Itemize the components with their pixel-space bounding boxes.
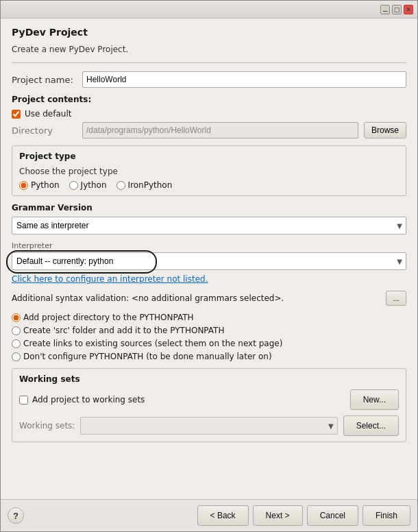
interpreter-select-wrapper: Default -- currently: python ▼ [12,252,406,270]
pythonpath-label-2[interactable]: Create 'src' folder and add it to the PY… [23,326,224,335]
pythonpath-radio-4[interactable] [12,352,21,361]
pythonpath-label-3[interactable]: Create links to existing sources (select… [23,339,282,348]
dialog-content: PyDev Project Create a new PyDev Project… [1,19,417,499]
pythonpath-option-1: Add project directory to the PYTHONPATH [12,313,406,322]
radio-python[interactable] [19,181,28,190]
directory-row: Directory Browse [12,122,406,138]
dialog-window: ⚊ □ ✕ PyDev Project Create a new PyDev P… [0,0,418,532]
radio-python-label[interactable]: Python [31,180,60,190]
project-type-radios: Python Jython IronPython [19,180,399,190]
radio-jython-label[interactable]: Jython [81,180,107,190]
working-sets-section: Working sets Add project to working sets… [12,368,406,442]
browse-button[interactable]: Browse [364,122,406,138]
pythonpath-radio-2[interactable] [12,326,21,335]
use-default-checkbox[interactable] [12,110,21,119]
minimize-button[interactable]: ⚊ [380,5,390,14]
configure-link[interactable]: Click here to configure an interpreter n… [12,274,406,284]
titlebar: ⚊ □ ✕ [1,1,417,19]
grammar-version-select[interactable]: Same as interpreter 2.6 2.7 3.0 3.1 3.2 … [12,217,406,234]
syntax-validation-row: Additional syntax validation: <no additi… [12,291,406,306]
maximize-button[interactable]: □ [392,5,402,14]
radio-ironpython[interactable] [116,181,125,190]
add-working-sets-row: Add project to working sets [19,395,145,404]
grammar-version-section: Grammar Version Same as interpreter 2.6 … [12,203,406,234]
pythonpath-section: Add project directory to the PYTHONPATH … [12,313,406,361]
directory-label: Directory [12,125,77,136]
radio-jython-item: Jython [69,180,107,190]
back-button[interactable]: < Back [197,505,249,526]
working-sets-select[interactable] [80,417,337,435]
syntax-text: Additional syntax validation: <no additi… [12,293,382,303]
project-name-input[interactable] [82,71,406,88]
pythonpath-option-4: Don't configure PYTHONPATH (to be done m… [12,352,406,361]
radio-jython[interactable] [69,181,78,190]
use-default-label[interactable]: Use default [25,109,71,119]
use-default-row: Use default [12,109,406,119]
cancel-button[interactable]: Cancel [307,505,358,526]
project-type-section: Project type Choose the project type Pyt… [12,145,406,196]
project-contents-label: Project contents: [12,95,406,104]
radio-ironpython-label[interactable]: IronPython [128,180,173,190]
add-working-sets-checkbox[interactable] [19,396,28,404]
titlebar-buttons: ⚊ □ ✕ [380,5,413,14]
working-sets-row1: Add project to working sets New... [19,389,399,410]
working-sets-title: Working sets [19,374,399,384]
interpreter-wrapper: Default -- currently: python ▼ [12,252,406,270]
working-sets-row2: Working sets: ▼ Select... [19,415,399,436]
working-sets-select-inner: ▼ [80,417,337,435]
working-sets-select-wrapper: ▼ [80,417,337,435]
close-button[interactable]: ✕ [404,5,413,14]
help-button[interactable]: ? [8,507,24,524]
project-contents-section: Project contents: Use default Directory … [12,95,406,138]
page-subtitle: Create a new PyDev Project. [12,45,406,54]
directory-input[interactable] [82,122,358,138]
pythonpath-option-2: Create 'src' folder and add it to the PY… [12,326,406,335]
radio-python-item: Python [19,180,60,190]
interpreter-section: Interpreter Default -- currently: python… [12,241,406,270]
new-working-set-button[interactable]: New... [350,389,399,410]
interpreter-label: Interpreter [12,241,406,250]
finish-button[interactable]: Finish [362,505,410,526]
pythonpath-option-3: Create links to existing sources (select… [12,339,406,348]
project-type-subtitle: Choose the project type [19,167,399,176]
select-working-set-button[interactable]: Select... [343,415,399,436]
page-title: PyDev Project [12,27,406,38]
grammar-version-wrapper: Same as interpreter 2.6 2.7 3.0 3.1 3.2 … [12,217,406,234]
button-row: ? < Back Next > Cancel Finish [1,499,417,531]
project-type-title: Project type [19,152,399,161]
pythonpath-radio-1[interactable] [12,313,21,322]
project-name-row: Project name: [12,71,406,88]
radio-ironpython-item: IronPython [116,180,173,190]
grammar-version-title: Grammar Version [12,203,406,213]
working-sets-label: Working sets: [19,421,75,431]
pythonpath-label-4[interactable]: Don't configure PYTHONPATH (to be done m… [23,352,272,361]
nav-buttons: < Back Next > Cancel Finish [197,505,410,526]
next-button[interactable]: Next > [253,505,303,526]
pythonpath-radio-3[interactable] [12,339,21,348]
syntax-browse-button[interactable]: ... [386,291,406,306]
interpreter-select[interactable]: Default -- currently: python [12,252,406,270]
add-working-sets-label[interactable]: Add project to working sets [32,395,145,404]
pythonpath-label-1[interactable]: Add project directory to the PYTHONPATH [23,313,194,322]
project-name-label: Project name: [12,75,77,85]
